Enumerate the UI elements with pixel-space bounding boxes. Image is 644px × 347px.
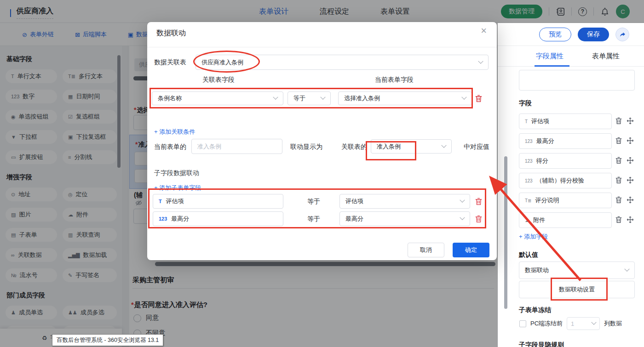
add-condition-link[interactable]: + 添加关联条件: [154, 128, 195, 136]
properties-panel: 字段属性 表单属性 字段 T评估项 123最高分 123得分 123（辅助）得分…: [498, 46, 644, 347]
column-header-left: 关联表字段: [202, 76, 235, 84]
trash-icon[interactable]: [615, 137, 623, 145]
field-description-box[interactable]: [519, 70, 635, 91]
share-button[interactable]: [615, 28, 629, 41]
preview-button[interactable]: 预览: [539, 28, 571, 41]
mapping-target-select[interactable]: 准入条例: [371, 139, 452, 154]
default-value-title: 默认值: [519, 251, 538, 259]
subfield-source-box[interactable]: 123 最高分: [153, 211, 283, 226]
share-arrow-icon: [619, 31, 626, 38]
number-icon: 123: [159, 216, 167, 222]
chevron-down-icon: [591, 320, 596, 325]
move-icon[interactable]: [627, 117, 635, 125]
mapping-table-prefix-label: 关联表的: [341, 143, 367, 151]
trash-icon[interactable]: [615, 176, 623, 185]
hidden-rule-title: 子字段显隐规则: [519, 341, 564, 347]
data-linkage-settings-button[interactable]: 数据联动设置: [519, 281, 635, 298]
move-icon[interactable]: [627, 157, 635, 165]
add-subfield-link[interactable]: + 添加子表单字段: [154, 184, 201, 192]
modal-header-divider: [147, 47, 497, 47]
chevron-down-icon: [441, 142, 446, 148]
mapping-suffix-label: 中对应值: [464, 143, 489, 151]
subfield-source-box[interactable]: T 评估项: [153, 194, 283, 209]
condition-operator-select[interactable]: 等于: [288, 91, 331, 105]
field-row-label: 得分: [536, 157, 548, 165]
freeze-count-select[interactable]: 1: [567, 317, 600, 330]
condition-field-select[interactable]: 条例名称: [152, 91, 283, 105]
save-button[interactable]: 保存: [578, 28, 609, 41]
app-window: 供应商准入 表单设计 流程设定 表单设置 数据管理 ? C ⊘ 表单: [0, 0, 644, 347]
field-row-item[interactable]: 123（辅助）得分校验: [519, 173, 612, 188]
field-row-label: 评分说明: [535, 196, 559, 205]
confirm-button[interactable]: 确定: [453, 243, 489, 257]
trash-icon[interactable]: [475, 215, 483, 223]
tab-field-properties[interactable]: 字段属性: [536, 52, 564, 61]
number-icon: 123: [525, 178, 533, 183]
chevron-down-icon: [478, 58, 483, 63]
condition-field-value: 条例名称: [158, 94, 182, 102]
relation-table-value: 供应商准入条例: [201, 58, 243, 67]
relation-table-label: 数据关联表: [154, 58, 186, 67]
cancel-button[interactable]: 取消: [408, 243, 444, 257]
trash-icon[interactable]: [615, 196, 623, 205]
field-row-item[interactable]: T≣评分说明: [519, 193, 612, 208]
move-icon[interactable]: [627, 176, 635, 185]
subfield-target-select[interactable]: 最高分: [339, 211, 470, 226]
number-icon: 123: [525, 139, 533, 144]
move-icon[interactable]: [627, 196, 635, 205]
freeze-label: PC端冻结前: [530, 319, 563, 328]
textarea-icon: T≣: [525, 198, 532, 203]
subfield-section-title: 子字段数据联动: [154, 169, 199, 177]
chevron-down-icon: [460, 198, 465, 203]
number-icon: 123: [525, 159, 533, 164]
default-value-text: 数据联动: [525, 266, 549, 274]
freeze-suffix: 列数据: [604, 319, 622, 328]
chevron-down-icon: [320, 95, 325, 100]
default-value-select[interactable]: 数据联动: [519, 262, 635, 279]
text-icon: T: [525, 119, 528, 124]
field-row-label: 最高分: [536, 137, 554, 145]
move-icon[interactable]: [627, 137, 635, 145]
freeze-row: PC端冻结前 1 列数据: [519, 317, 622, 330]
field-row-item[interactable]: 123得分: [519, 153, 612, 169]
field-row-item[interactable]: ☁附件: [519, 212, 612, 228]
modal-title: 数据联动: [156, 28, 186, 38]
subfield-operator-label: 等于: [307, 198, 320, 206]
mapping-target-value: 准入条例: [377, 142, 401, 151]
move-icon[interactable]: [627, 216, 635, 224]
column-header-right: 当前表单字段: [375, 76, 414, 84]
add-field-link[interactable]: + 添加字段: [519, 233, 548, 241]
condition-target-select[interactable]: 选择准入条例: [338, 91, 472, 105]
condition-target-value: 选择准入条例: [344, 94, 380, 102]
trash-icon[interactable]: [615, 216, 623, 224]
chevron-down-icon: [624, 267, 629, 272]
subfield-target-value: 评估项: [345, 197, 363, 205]
mapping-field-input[interactable]: [191, 139, 282, 154]
field-row-item[interactable]: T评估项: [519, 114, 612, 129]
subfield-target-select[interactable]: 评估项: [339, 194, 470, 209]
subfield-target-value: 最高分: [345, 215, 363, 223]
condition-operator-value: 等于: [293, 94, 305, 102]
trash-icon[interactable]: [615, 157, 623, 165]
relation-table-select[interactable]: 供应商准入条例: [196, 55, 489, 70]
field-row-label: 评估项: [531, 117, 549, 125]
field-row-item[interactable]: 123最高分: [519, 133, 612, 149]
freeze-checkbox[interactable]: [519, 320, 526, 327]
freeze-count-value: 1: [571, 320, 574, 327]
close-icon[interactable]: ×: [481, 26, 487, 36]
active-tab-underline: [535, 65, 569, 67]
panel-scrollbar[interactable]: [504, 156, 507, 309]
dim-overlay-top: [0, 0, 644, 23]
browser-status-tooltip: 百数后台管理系统 - 360安全浏览器 13.1: [52, 334, 163, 346]
field-row-label: 附件: [533, 216, 545, 224]
trash-icon[interactable]: [475, 198, 483, 205]
subfield-source-label: 评估项: [166, 197, 184, 205]
text-icon: T: [159, 199, 162, 204]
chevron-down-icon: [461, 95, 466, 100]
tab-form-properties[interactable]: 表单属性: [592, 52, 620, 61]
trash-icon[interactable]: [475, 95, 483, 102]
attachment-icon: ☁: [525, 218, 529, 223]
subfield-source-label: 最高分: [171, 215, 189, 223]
chevron-down-icon: [273, 95, 278, 100]
trash-icon[interactable]: [615, 117, 623, 125]
